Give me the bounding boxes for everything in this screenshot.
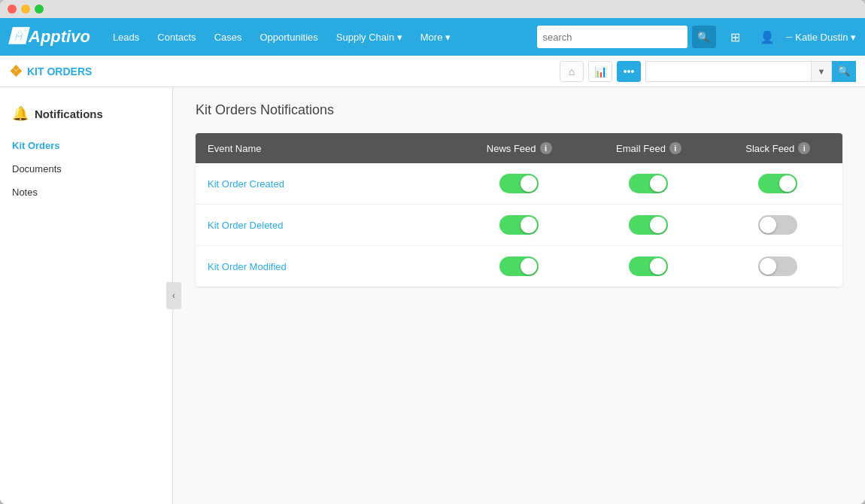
search-input[interactable]	[537, 26, 687, 48]
email-feed-toggle-2[interactable]	[629, 215, 668, 235]
nav-more[interactable]: More ▾	[413, 27, 458, 47]
home-icon: ⌂	[569, 65, 575, 77]
nav-supply-chain[interactable]: Supply Chain ▾	[329, 27, 410, 47]
slack-feed-cell-3	[714, 246, 842, 287]
app-logo[interactable]: 🅰 Apptivo	[9, 27, 90, 47]
subheader-actions: ⌂ 📊 ••• ▼ 🔍	[560, 61, 856, 82]
sidebar-item-kit-orders[interactable]: Kit Orders	[0, 134, 172, 157]
news-feed-info-icon[interactable]: i	[540, 142, 552, 154]
event-name-cell: Kit Order Created	[196, 163, 454, 205]
search-area: 🔍	[537, 26, 716, 48]
news-feed-toggle-1[interactable]	[499, 174, 539, 193]
table-row: Kit Order Modified	[196, 246, 842, 287]
user-menu[interactable]: ─ Katie Dustin ▾	[787, 32, 857, 43]
news-feed-toggle-3[interactable]	[499, 257, 539, 276]
event-name-cell: Kit Order Deleted	[196, 205, 454, 246]
sidebar-item-notes[interactable]: Notes	[0, 181, 172, 204]
chart-icon: 📊	[594, 65, 607, 77]
kit-orders-icon: ❖	[9, 62, 23, 80]
apps-icon[interactable]: ⊞	[724, 25, 748, 49]
close-btn[interactable]	[8, 5, 17, 14]
logo-icon: 🅰	[9, 27, 26, 47]
slack-feed-info-icon[interactable]: i	[798, 142, 810, 154]
titlebar	[0, 0, 865, 18]
email-feed-cell-1	[584, 163, 713, 205]
more-options-button[interactable]: •••	[617, 61, 641, 82]
sidebar-title: 🔔 Notifications	[0, 99, 172, 128]
slack-feed-toggle-2[interactable]	[758, 215, 797, 235]
minimize-btn[interactable]	[21, 5, 30, 14]
notifications-table: Event Name News Feed i Email Feed	[196, 133, 842, 287]
home-button[interactable]: ⌂	[560, 61, 584, 82]
slack-feed-toggle-3[interactable]	[758, 257, 797, 276]
nav-icons: ⊞ 👤 ─ Katie Dustin ▾	[724, 25, 857, 49]
subheader-search-input[interactable]	[645, 61, 811, 82]
news-feed-toggle-2[interactable]	[499, 215, 539, 235]
kit-orders-breadcrumb: ❖ KIT ORDERS	[9, 62, 92, 80]
nav-cases[interactable]: Cases	[207, 27, 250, 47]
search-dropdown-button[interactable]: ▼	[811, 61, 832, 82]
chart-button[interactable]: 📊	[588, 61, 612, 82]
search-button[interactable]: 🔍	[692, 26, 716, 48]
subheader-search: ▼ 🔍	[645, 61, 856, 82]
col-news-feed: News Feed i	[454, 133, 584, 163]
slack-feed-toggle-1[interactable]	[758, 174, 797, 193]
slack-feed-cell-1	[714, 163, 842, 205]
page-title: Kit Orders Notifications	[196, 102, 842, 118]
col-event-name: Event Name	[196, 133, 454, 163]
logo-text: Apptivo	[29, 27, 90, 47]
email-feed-info-icon[interactable]: i	[669, 142, 681, 154]
search-icon: 🔍	[697, 32, 710, 43]
slack-feed-cell-2	[714, 205, 842, 246]
top-navigation: 🅰 Apptivo Leads Contacts Cases Opportuni…	[0, 18, 865, 56]
content-area: Kit Orders Notifications Event Name News…	[173, 87, 865, 504]
user-icon[interactable]: 👤	[755, 25, 779, 49]
news-feed-cell-3	[454, 246, 584, 287]
dots-icon: •••	[624, 65, 635, 77]
main-area: 🔔 Notifications Kit Orders Documents Not…	[0, 87, 865, 504]
event-name-cell: Kit Order Modified	[196, 246, 454, 287]
bell-icon: 🔔	[12, 105, 29, 122]
sidebar: 🔔 Notifications Kit Orders Documents Not…	[0, 87, 173, 504]
col-email-feed: Email Feed i	[584, 133, 713, 163]
table-row: Kit Order Created	[196, 163, 842, 205]
nav-links: Leads Contacts Cases Opportunities Suppl…	[105, 27, 537, 47]
email-feed-toggle-1[interactable]	[629, 174, 668, 193]
subheader-search-button[interactable]: 🔍	[832, 61, 856, 82]
email-feed-toggle-3[interactable]	[629, 257, 668, 276]
sidebar-collapse-button[interactable]: ‹	[166, 282, 181, 309]
email-feed-cell-3	[584, 246, 713, 287]
user-name: Katie Dustin ▾	[795, 32, 856, 43]
news-feed-cell-2	[454, 205, 584, 246]
col-slack-feed: Slack Feed i	[714, 133, 842, 163]
maximize-btn[interactable]	[35, 5, 44, 14]
subheader: ❖ KIT ORDERS ⌂ 📊 ••• ▼ 🔍	[0, 56, 865, 87]
nav-opportunities[interactable]: Opportunities	[252, 27, 325, 47]
nav-leads[interactable]: Leads	[105, 27, 147, 47]
table-row: Kit Order Deleted	[196, 205, 842, 246]
sidebar-notifications-label: Notifications	[35, 108, 103, 120]
email-feed-cell-2	[584, 205, 713, 246]
nav-contacts[interactable]: Contacts	[150, 27, 203, 47]
news-feed-cell-1	[454, 163, 584, 205]
kit-orders-label: KIT ORDERS	[27, 65, 92, 77]
user-avatar: ─	[787, 32, 793, 41]
app-window: 🅰 Apptivo Leads Contacts Cases Opportuni…	[0, 0, 865, 504]
sidebar-item-documents[interactable]: Documents	[0, 157, 172, 181]
